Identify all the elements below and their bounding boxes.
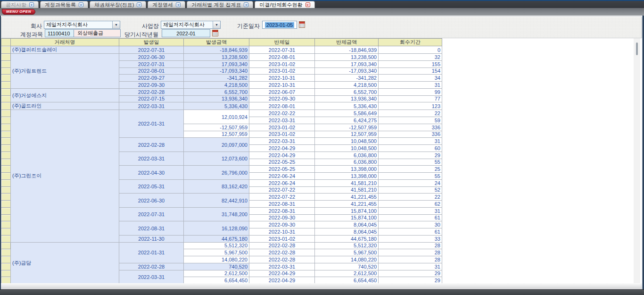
occurrence-date-cell[interactable]: 2022-07-31 — [119, 207, 184, 221]
customer-name-cell[interactable]: (주)갤러리드솔레이 — [11, 46, 119, 54]
settlement-amount-cell[interactable]: -18,846,939 — [315, 46, 379, 54]
occurrence-amount-cell[interactable]: 31,748,200 — [184, 207, 249, 221]
occurrence-amount-cell[interactable]: 17,093,340 — [184, 60, 249, 67]
customer-name-cell[interactable]: (주)금담 — [11, 242, 119, 283]
settlement-amount-cell[interactable]: 10,048,500 — [315, 138, 379, 145]
occurrence-date-cell[interactable]: 2022-02-28 — [119, 263, 184, 270]
settlement-amount-cell[interactable]: 6,036,800 — [315, 159, 379, 166]
settlement-amount-cell[interactable]: 41,581,210 — [315, 186, 379, 194]
occurrence-date-cell[interactable]: 2022-07-15 — [119, 95, 184, 102]
tab-account-detail[interactable]: 계정명세 ✕ — [148, 1, 185, 8]
row-selector[interactable] — [1, 145, 11, 152]
settlement-date-cell[interactable]: 2022-02-28 — [249, 249, 315, 256]
settlement-amount-cell[interactable]: 5,967,500 — [315, 249, 379, 256]
occurrence-amount-cell[interactable]: 4,218,500 — [184, 82, 249, 89]
row-selector[interactable] — [1, 249, 11, 256]
collection-period-cell[interactable]: 59 — [379, 117, 442, 124]
settlement-amount-cell[interactable]: -341,282 — [315, 75, 379, 82]
occurrence-date-cell[interactable]: 2022-11-30 — [119, 235, 184, 242]
row-selector[interactable] — [1, 95, 11, 102]
settlement-date-cell[interactable]: 2022-05-25 — [249, 159, 315, 166]
collection-period-cell[interactable]: 60 — [379, 145, 442, 152]
occurrence-amount-cell[interactable]: 83,162,420 — [184, 179, 249, 194]
calendar-icon[interactable] — [212, 30, 218, 36]
row-selector[interactable] — [1, 166, 11, 173]
settlement-date-cell[interactable]: 2022-09-30 — [249, 221, 315, 228]
collection-period-cell[interactable]: 0 — [379, 46, 442, 54]
collection-period-cell[interactable]: 154 — [379, 67, 442, 75]
settlement-amount-cell[interactable]: 8,064,045 — [315, 228, 379, 236]
occurrence-date-cell[interactable]: 2022-05-31 — [119, 179, 184, 194]
chevron-down-icon[interactable]: ▼ — [213, 21, 220, 28]
row-selector[interactable] — [1, 159, 11, 166]
settlement-amount-cell[interactable]: 6,552,700 — [315, 88, 379, 95]
settlement-date-cell[interactable]: 2023-01-02 — [249, 67, 315, 75]
settlement-amount-cell[interactable]: 10,048,500 — [315, 145, 379, 152]
row-selector[interactable] — [1, 82, 11, 89]
collection-period-cell[interactable]: 28 — [379, 242, 442, 249]
calendar-icon[interactable] — [299, 21, 305, 28]
collection-period-cell[interactable]: 22 — [379, 194, 442, 201]
row-selector[interactable] — [1, 173, 11, 180]
occurrence-date-cell[interactable]: 2022-06-30 — [119, 194, 184, 208]
settlement-amount-cell[interactable]: 15,874,100 — [315, 207, 379, 214]
collection-period-cell[interactable]: 29 — [379, 277, 442, 283]
tab-close-icon[interactable]: ✕ — [29, 2, 34, 7]
settlement-date-cell[interactable]: 2022-02-28 — [249, 256, 315, 263]
row-selector[interactable] — [1, 124, 11, 131]
settlement-date-cell[interactable]: 2022-09-30 — [249, 95, 315, 102]
settlement-amount-cell[interactable]: 41,581,210 — [315, 179, 379, 186]
settlement-date-cell[interactable]: 2022-07-31 — [249, 46, 315, 54]
settlement-date-cell[interactable]: 2022-07-22 — [249, 194, 315, 201]
collection-period-cell[interactable]: 28 — [379, 256, 442, 263]
tab-customer-summary[interactable]: 거래처별 계정 집계표 ✕ — [187, 1, 253, 8]
occurrence-amount-cell[interactable]: 12,073,600 — [184, 152, 249, 166]
collection-period-cell[interactable]: 55 — [379, 159, 442, 166]
settlement-date-cell[interactable]: 2022-08-31 — [249, 201, 315, 208]
settlement-date-cell[interactable]: 2022-10-31 — [249, 228, 315, 236]
collection-period-cell[interactable]: 24 — [379, 179, 442, 186]
settlement-amount-cell[interactable]: -12,507,959 — [315, 124, 379, 131]
row-selector[interactable] — [1, 67, 11, 75]
row-selector[interactable] — [1, 186, 11, 194]
collection-period-cell[interactable]: 31 — [379, 82, 442, 89]
settlement-date-cell[interactable]: 2023-01-02 — [249, 124, 315, 131]
settlement-amount-cell[interactable]: 12,507,959 — [315, 131, 379, 138]
collection-period-cell[interactable]: 155 — [379, 60, 442, 67]
settlement-amount-cell[interactable]: 17,093,340 — [315, 60, 379, 67]
collection-period-cell[interactable]: 77 — [379, 95, 442, 102]
collection-period-cell[interactable]: 123 — [379, 102, 442, 110]
account-code-input[interactable]: 11100410 — [45, 29, 74, 37]
menu-open-button[interactable]: MENU OPEN — [2, 9, 35, 15]
company-select[interactable]: 제일저지주식회사 ▼ — [44, 21, 120, 29]
settlement-date-cell[interactable]: 2023-01-02 — [249, 60, 315, 67]
row-selector[interactable] — [1, 228, 11, 236]
occurrence-amount-cell[interactable]: 5,512,320 — [184, 242, 249, 249]
collection-period-cell[interactable]: 34 — [379, 75, 442, 82]
occurrence-amount-cell[interactable]: 6,552,700 — [184, 88, 249, 95]
settlement-date-cell[interactable]: 2022-06-24 — [249, 173, 315, 180]
occurrence-date-cell[interactable]: 2022-01-31 — [119, 242, 184, 263]
collection-period-cell[interactable]: 31 — [379, 263, 442, 270]
row-selector[interactable] — [1, 221, 11, 228]
occurrence-date-cell[interactable]: 2022-01-31 — [119, 110, 184, 138]
occurrence-amount-cell[interactable]: 12,010,924 — [184, 110, 249, 124]
settlement-date-cell[interactable]: 2022-05-25 — [249, 166, 315, 173]
base-date-input[interactable]: 2023-01-05 — [262, 21, 297, 29]
occurrence-amount-cell[interactable]: 13,936,340 — [184, 95, 249, 102]
collection-period-cell[interactable]: 52 — [379, 186, 442, 194]
settlement-date-cell[interactable]: 2022-10-31 — [249, 75, 315, 82]
settlement-date-cell[interactable]: 2022-02-22 — [249, 110, 315, 117]
row-selector[interactable] — [1, 60, 11, 67]
row-selector[interactable] — [1, 201, 11, 208]
settlement-date-cell[interactable]: 2022-06-07 — [249, 88, 315, 95]
occurrence-amount-cell[interactable]: 740,520 — [184, 263, 249, 270]
settlement-date-cell[interactable]: 2022-07-22 — [249, 186, 315, 194]
row-selector[interactable] — [1, 256, 11, 263]
occurrence-amount-cell[interactable]: 44,675,180 — [184, 235, 249, 242]
settlement-amount-cell[interactable]: -17,093,340 — [315, 67, 379, 75]
occurrence-date-cell[interactable]: 2022-03-31 — [119, 102, 184, 110]
row-selector[interactable] — [1, 88, 11, 95]
row-selector[interactable] — [1, 138, 11, 145]
settlement-amount-cell[interactable]: 6,424,275 — [315, 117, 379, 124]
